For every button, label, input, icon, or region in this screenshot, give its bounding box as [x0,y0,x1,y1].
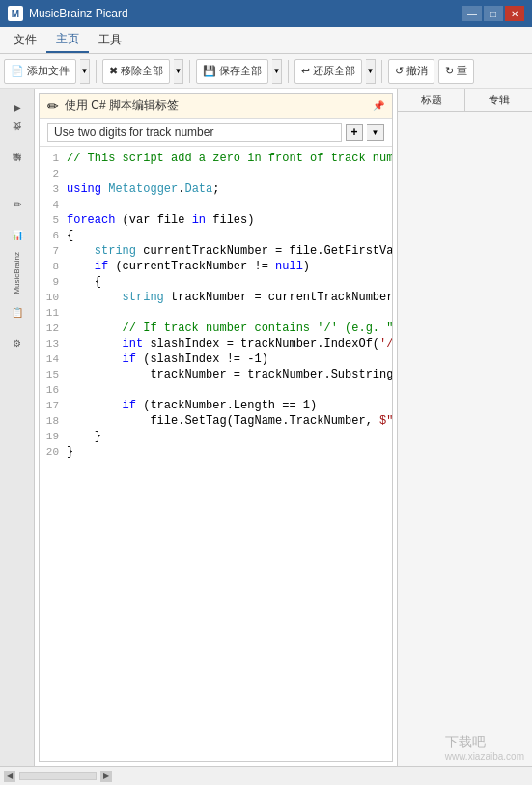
toolbar-separator-4 [381,60,382,83]
table-row: 3using Metatogger.Data; [40,182,392,197]
sidebar-item-tags[interactable]: ✏ [3,189,32,218]
close-button[interactable]: ✕ [505,6,524,21]
play-icon: ▶ [14,102,21,113]
table-row: 7 string currentTrackNumber = file.GetFi… [40,243,392,259]
undo-button[interactable]: ↺ 撤消 [388,59,434,84]
table-row: 10 string trackNumber = currentTrackNumb… [40,290,392,305]
undo-icon: ↺ [395,65,404,77]
table-row: 12 // If track number contains '/' (e.g.… [40,321,392,336]
menu-home[interactable]: 主页 [46,27,89,53]
toolbar: 📄 添加文件 ▼ ✖ 移除全部 ▼ 💾 保存全部 ▼ ↩ 还原全部 ▼ ↺ 撤消… [0,54,532,89]
table-row: 15 trackNumber = trackNumber.Substring(0… [40,367,392,382]
scroll-track[interactable] [19,772,97,780]
sidebar-item-settings[interactable]: ⚙ [3,328,32,357]
main-layout: ▶ 文件 编辑 ✏ 📊 MusicBrainz 📋 ⚙ ✏ [0,89,532,766]
remove-icon: ✖ [109,65,118,77]
save-icon: 💾 [203,65,216,77]
maximize-button[interactable]: □ [484,6,503,21]
format-icon: 📋 [12,307,23,318]
save-all-dropdown[interactable]: ▼ [272,59,282,84]
title-bar: M MusicBrainz Picard — □ ✕ [0,0,532,27]
table-row: 11 [40,305,392,321]
table-row: 17 if (trackNumber.Length == 1) [40,398,392,413]
remove-all-button[interactable]: ✖ 移除全部 [102,59,170,84]
app-title: MusicBrainz Picard [29,7,457,20]
sidebar-item-play[interactable]: ▶ [3,93,32,122]
table-row: 13 int slashIndex = trackNumber.IndexOf(… [40,336,392,351]
scroll-right-button[interactable]: ▶ [100,771,112,782]
script-name-input[interactable] [47,123,342,142]
add-file-button[interactable]: 📄 添加文件 [4,59,76,84]
restore-all-button[interactable]: ↩ 还原全部 [294,59,362,84]
status-bar: ◀ ▶ [0,766,532,785]
table-row: 9 { [40,274,392,290]
toolbar-separator-3 [288,60,289,83]
musicbrainz-label: MusicBrainz [13,252,21,294]
stats-icon: 📊 [12,230,23,240]
table-row: 1// This script add a zero in front of t… [40,151,392,166]
menu-file[interactable]: 文件 [4,27,46,53]
sidebar-item-musicbrainz[interactable]: MusicBrainz [3,259,32,288]
right-panel: 标题 专辑 [397,89,532,766]
restore-icon: ↩ [301,65,310,77]
script-name-bar: + ▼ [40,119,392,147]
sidebar-item-format[interactable]: 📋 [3,297,32,326]
table-row: 6{ [40,228,392,243]
add-script-button[interactable]: + [346,124,363,141]
right-panel-header: 标题 专辑 [398,89,532,112]
settings-icon: ⚙ [13,338,21,349]
tags-icon: ✏ [14,199,21,210]
remove-all-dropdown[interactable]: ▼ [174,59,183,84]
table-row: 20} [40,444,392,460]
pin-button[interactable]: 📌 [373,100,384,111]
redo-icon: ↻ [445,65,454,77]
scroll-left-button[interactable]: ◀ [4,771,15,782]
script-header: ✏ 使用 C# 脚本编辑标签 📌 [40,94,392,119]
menu-tools[interactable]: 工具 [89,27,131,53]
horizontal-scrollbar[interactable]: ◀ ▶ [4,771,112,782]
sidebar-item-files[interactable]: 文件 [3,124,32,153]
app-icon: M [8,6,23,21]
sidebar-item-edit[interactable]: 编辑 [3,154,32,183]
table-row: 16 [40,382,392,398]
watermark: 下载吧 www.xiazaiba.com [445,734,524,762]
table-row: 19 } [40,429,392,444]
add-file-dropdown[interactable]: ▼ [80,59,90,84]
table-row: 8 if (currentTrackNumber != null) [40,259,392,274]
col-album: 专辑 [465,89,532,111]
script-more-button[interactable]: ▼ [367,124,384,141]
script-panel: ✏ 使用 C# 脚本编辑标签 📌 + ▼ 1// This script add… [39,93,393,762]
add-file-icon: 📄 [11,65,24,77]
sidebar: ▶ 文件 编辑 ✏ 📊 MusicBrainz 📋 ⚙ [0,89,35,766]
toolbar-separator-1 [96,60,97,83]
window-controls: — □ ✕ [462,6,524,21]
save-all-button[interactable]: 💾 保存全部 [196,59,268,84]
script-icon: ✏ [47,98,59,114]
script-panel-title: 使用 C# 脚本编辑标签 [65,98,367,114]
content-area: ✏ 使用 C# 脚本编辑标签 📌 + ▼ 1// This script add… [35,89,397,766]
table-row: 5foreach (var file in files) [40,212,392,228]
redo-button[interactable]: ↻ 重 [438,59,474,84]
menu-bar: 文件 主页 工具 [0,27,532,54]
code-editor[interactable]: 1// This script add a zero in front of t… [40,147,392,761]
table-row: 2 [40,166,392,182]
minimize-button[interactable]: — [462,6,482,21]
table-row: 4 [40,197,392,212]
toolbar-separator-2 [189,60,190,83]
sidebar-item-stats[interactable]: 📊 [3,220,32,249]
table-row: 18 file.SetTag(TagName.TrackNumber, $"0{… [40,413,392,429]
table-row: 14 if (slashIndex != -1) [40,351,392,367]
restore-all-dropdown[interactable]: ▼ [366,59,376,84]
col-title: 标题 [398,89,465,111]
